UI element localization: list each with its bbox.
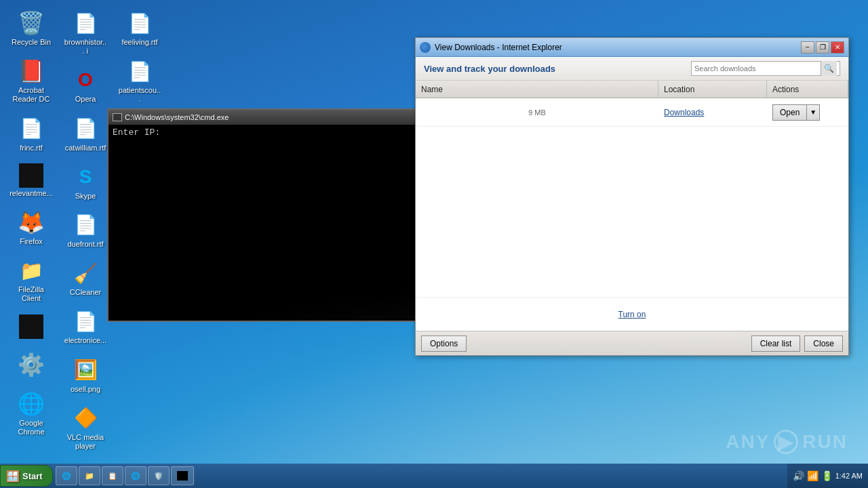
cmd-icon [113,113,122,121]
acrobat-icon: 📕 [18,58,45,85]
tray-icon-sound[interactable]: 🔊 [793,470,804,481]
start-label: Start [22,471,43,481]
taskbar-item-misc1[interactable]: 📋 [102,466,123,485]
desktop-icon-feeliving[interactable]: 📄 feeliving.rtf [115,7,164,49]
osell-label: osell.png [71,385,100,394]
desktop-icon-duefront[interactable]: 📄 duefront.rtf [61,209,110,251]
tray-clock: 1:42 AM [835,472,863,480]
cmd-content: Enter IP: [113,127,160,138]
downloads-turn-on-link[interactable]: Turn on [618,310,646,319]
downloads-name-cell: 9 MB [416,106,658,119]
desktop-icon-chrome[interactable]: 🌐 Google Chrome [7,388,56,439]
desktop-icon-electronics[interactable]: 📄 electronice... [61,305,110,348]
downloads-titlebar: View Downloads - Internet Explorer − ❐ ✕ [416,38,848,57]
downloads-window-buttons: − ❐ ✕ [801,41,844,54]
downloads-search-box[interactable]: 🔍 [691,61,840,76]
desktop-icon-osell[interactable]: 🖼️ osell.png [61,354,110,396]
downloads-options-button[interactable]: Options [421,336,467,352]
opera-label: Opera [75,95,96,104]
downloads-title-text: View Downloads - Internet Explorer [435,43,562,52]
desktop-icon-filezilla[interactable]: 📁 FileZilla Client [7,254,56,306]
downloads-clear-button[interactable]: Clear list [751,336,801,352]
desktop-icon-frinc[interactable]: 📄 frinc.rtf [7,113,56,155]
start-button[interactable]: 🪟 Start [0,465,53,487]
catwilliam-icon: 📄 [72,115,99,142]
downloads-filesize: 9 MB [528,108,546,117]
desktop-icon-acrobat[interactable]: 📕 Acrobat Reader DC [7,55,56,106]
downloads-header-text: View and track your downloads [424,64,555,74]
tray-icon-battery[interactable]: 🔋 [821,470,833,481]
desktop-icon-settings[interactable]: ⚙️ [7,348,56,382]
desktop-icon-vlc[interactable]: 🔶 VLC media player [61,402,110,453]
downloads-location-link[interactable]: Downloads [664,108,704,117]
start-orb-icon: 🪟 [6,470,20,483]
desktop-icon-opera[interactable]: O Opera [61,64,110,106]
taskbar-item-cmd-bar[interactable] [171,466,194,485]
cmd-title-area: C:\Windows\system32\cmd.exe [113,113,229,121]
desktop-icon-blank1[interactable] [7,312,56,343]
filezilla-icon: 📁 [18,257,45,284]
downloads-footer-close-button[interactable]: Close [804,336,843,352]
electronics-label: electronice... [64,336,106,345]
desktop-icon-ccleaner[interactable]: 🧹 CCleaner [61,257,110,300]
downloads-location-cell: Downloads [658,105,767,120]
desktop-icon-recycle-bin[interactable]: 🗑️ Recycle Bin [7,7,56,49]
watermark-any: ANY [726,431,770,453]
desktop-icon-relevantme[interactable]: relevantme... [7,161,56,201]
frinc-label: frinc.rtf [20,144,43,152]
downloads-content: 9 MB Downloads Open ▼ Turn on [416,98,848,331]
taskbar-tray: 🔊 📶 🔋 1:42 AM [787,464,868,488]
downloads-minimize-button[interactable]: − [801,41,814,54]
downloads-footer-right: Clear list Close [751,336,843,352]
col-header-actions: Actions [767,81,848,98]
taskbar-item-ie[interactable]: 🌐 [56,466,77,485]
taskbar-item-chrome-bar[interactable]: 🌐 [125,466,146,485]
relevantme-label: relevantme... [9,189,53,198]
downloads-restore-button[interactable]: ❐ [816,41,829,54]
downloads-search-button[interactable]: 🔍 [821,61,837,76]
desktop-icon-firefox[interactable]: 🦊 Firefox [7,206,56,249]
feeliving-icon: 📄 [126,9,153,37]
relevantme-icon [19,163,43,188]
taskbar-items: 🌐 📁 📋 🌐 🛡️ [53,466,787,485]
brownhistory-label: brownhistor... i [64,38,107,56]
desktop-icon-patientscou[interactable]: 📄 patientscou... [115,55,164,106]
recycle-bin-icon: 🗑️ [18,9,45,37]
chrome-taskbar-icon: 🌐 [131,472,140,481]
downloads-open-dropdown-button[interactable]: ▼ [806,104,820,121]
antivirus-taskbar-icon: 🛡️ [154,472,163,481]
downloads-close-button[interactable]: ✕ [831,41,844,54]
settings-icon: ⚙️ [18,351,45,378]
ie-taskbar-icon: 🌐 [62,472,71,481]
desktop: 🗑️ Recycle Bin 📕 Acrobat Reader DC 📄 fri… [0,0,868,488]
firefox-label: Firefox [20,237,43,246]
filezilla-label: FileZilla Client [9,285,53,303]
tray-icon-network[interactable]: 📶 [807,470,818,481]
chrome-label: Google Chrome [9,419,53,436]
vlc-label: VLC media player [64,433,107,451]
patientscou-icon: 📄 [126,58,153,85]
downloads-search-input[interactable] [692,64,821,73]
ccleaner-icon: 🧹 [72,260,99,287]
desktop-icon-catwilliam[interactable]: 📄 catwilliam.rtf [61,113,110,155]
acrobat-label: Acrobat Reader DC [9,86,53,104]
taskbar-item-explorer[interactable]: 📁 [79,466,100,485]
catwilliam-label: catwilliam.rtf [65,144,106,152]
explorer-taskbar-icon: 📁 [85,472,94,481]
downloads-footer: Options Clear list Close [416,331,848,355]
electronics-icon: 📄 [72,308,99,335]
downloads-open-button[interactable]: Open [772,104,806,121]
downloads-open-button-group[interactable]: Open ▼ [772,104,820,121]
ie-icon [420,42,431,53]
anyrun-watermark: ANY ▶ RUN [726,430,848,454]
taskbar-item-antivirus[interactable]: 🛡️ [148,466,170,485]
downloads-title-area: View Downloads - Internet Explorer [420,42,562,53]
feeliving-label: feeliving.rtf [121,38,157,47]
misc1-taskbar-icon: 📋 [108,472,117,481]
osell-icon: 🖼️ [72,357,99,384]
desktop-icon-skype[interactable]: S Skype [61,161,110,203]
downloads-header-bar: View and track your downloads 🔍 [416,57,848,81]
watermark-play-icon: ▶ [774,430,798,454]
ccleaner-label: CCleaner [70,288,101,297]
desktop-icon-brownhistory[interactable]: 📄 brownhistor... i [61,7,110,58]
